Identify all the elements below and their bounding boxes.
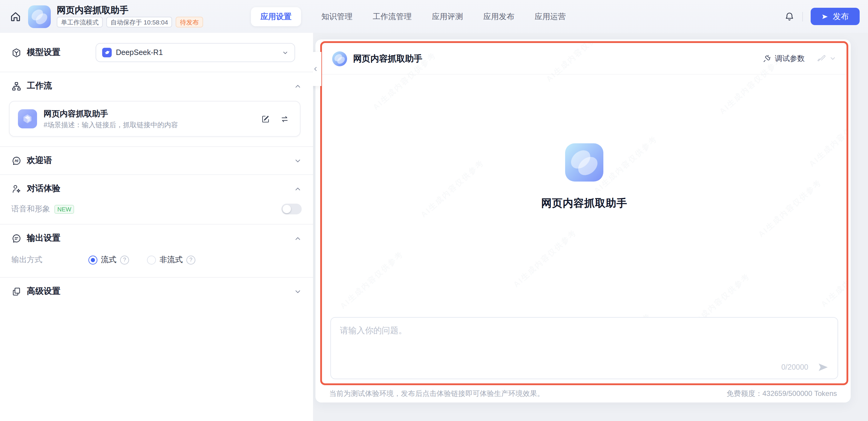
mode-badge: 单工作流模式 (57, 17, 103, 28)
watermark-text: AI生成内容仅供参考 (338, 249, 406, 312)
preview-highlight-ring: AI生成内容仅供参考AI生成内容仅供参考AI生成内容仅供参考AI生成内容仅供参考… (320, 41, 848, 385)
chat-input-box: 0/20000 (330, 317, 838, 379)
header-divider (802, 12, 803, 21)
advanced-section-header[interactable]: 高级设置 (0, 278, 313, 305)
workflow-card[interactable]: 网页内容抓取助手 #场景描述：输入链接后，抓取链接中的内容 (9, 101, 301, 137)
persona-icon (11, 184, 22, 194)
output-icon (11, 233, 22, 244)
token-quota: 免费额度：432659/500000 Tokens (726, 389, 837, 399)
chat-experience-header[interactable]: 对话体验 (0, 175, 313, 202)
help-icon[interactable]: ? (186, 255, 195, 264)
brush-icon[interactable] (817, 54, 826, 63)
tab-app-settings[interactable]: 应用设置 (251, 7, 301, 26)
voice-avatar-row: 语音和形象 NEW (0, 202, 313, 224)
radio-non-streaming[interactable]: 非流式 ? (147, 254, 195, 265)
app-page: 网页内容抓取助手 单工作流模式 自动保存于 10:58:04 待发布 应用设置 … (0, 0, 868, 421)
home-icon (9, 10, 22, 22)
output-mode-label: 输出方式 (11, 254, 88, 265)
model-settings-label: 模型设置 (27, 47, 60, 58)
empty-state: 网页内容抓取助手 (322, 143, 846, 210)
workflow-section-header[interactable]: 工作流 (0, 72, 313, 100)
send-message-icon[interactable] (817, 361, 829, 373)
radio-non-streaming-label: 非流式 (159, 254, 183, 265)
advanced-section: 高级设置 (0, 277, 313, 305)
svg-text:Hi: Hi (14, 159, 19, 163)
tab-operation[interactable]: 应用运营 (535, 11, 566, 22)
output-section: 输出设置 输出方式 流式 ? 非流式 (0, 224, 313, 277)
debug-params-button[interactable]: 调试参数 (763, 54, 805, 64)
autosave-badge: 自动保存于 10:58:04 (106, 17, 172, 28)
chevron-down-icon[interactable] (294, 157, 302, 164)
plug-icon (763, 54, 771, 63)
advanced-section-label: 高级设置 (27, 286, 60, 297)
send-icon (822, 13, 829, 20)
tab-workflow-mgmt[interactable]: 工作流管理 (373, 11, 412, 22)
settings-sidebar: 模型设置 DeepSeek-R1 工作流 (0, 33, 313, 421)
watermark-text: AI生成内容仅供参考 (819, 247, 846, 310)
publish-label: 发布 (833, 11, 849, 22)
workflow-card-icon (18, 109, 37, 128)
model-icon (11, 47, 22, 58)
chevron-up-icon[interactable] (294, 234, 302, 242)
app-icon (28, 5, 51, 28)
voice-avatar-toggle[interactable] (281, 204, 302, 215)
chat-experience-section: 对话体验 语音和形象 NEW (0, 174, 313, 224)
model-select[interactable]: DeepSeek-R1 (96, 43, 295, 62)
app-title: 网页内容抓取助手 (57, 5, 203, 15)
radio-selected-icon (88, 255, 97, 264)
welcome-section-header[interactable]: Hi 欢迎语 (0, 147, 313, 174)
help-icon[interactable]: ? (120, 255, 129, 264)
model-settings-row: 模型设置 DeepSeek-R1 (0, 33, 313, 72)
publish-button[interactable]: 发布 (811, 8, 860, 25)
radio-unselected-icon (147, 255, 156, 264)
chevron-down-icon[interactable] (294, 288, 302, 295)
radio-streaming[interactable]: 流式 ? (88, 254, 129, 265)
workflow-section: 工作流 网页内容抓取助手 #场景描述：输入链接后，抓取链接中的内容 (0, 72, 313, 137)
chevron-left-icon (312, 66, 319, 72)
nav-tabs: 应用设置 知识管理 工作流管理 应用评测 应用发布 应用运营 (251, 0, 566, 33)
env-note: 当前为测试体验环境，发布后点击体验链接即可体验生产环境效果。 (329, 389, 544, 399)
notification-bell-icon[interactable] (784, 11, 795, 22)
status-badge: 待发布 (176, 17, 203, 28)
welcome-section: Hi 欢迎语 (0, 146, 313, 174)
output-mode-row: 输出方式 流式 ? 非流式 ? (0, 252, 313, 277)
welcome-icon: Hi (11, 156, 22, 166)
workflow-card-title: 网页内容抓取助手 (43, 109, 254, 119)
debug-params-label: 调试参数 (775, 54, 805, 64)
output-section-header[interactable]: 输出设置 (0, 225, 313, 252)
char-counter: 0/20000 (781, 363, 808, 371)
edit-icon[interactable] (261, 115, 270, 123)
preview-footer: 当前为测试体验环境，发布后点击体验链接即可体验生产环境效果。 免费额度：4326… (315, 385, 851, 402)
empty-state-app-icon (565, 143, 603, 182)
tab-knowledge[interactable]: 知识管理 (321, 11, 352, 22)
chevron-down-icon (282, 49, 288, 56)
radio-streaming-label: 流式 (101, 254, 117, 265)
preview-header: 网页内容抓取助手 调试参数 (322, 43, 846, 75)
preview-card: AI生成内容仅供参考AI生成内容仅供参考AI生成内容仅供参考AI生成内容仅供参考… (315, 39, 851, 402)
welcome-section-label: 欢迎语 (27, 155, 52, 166)
watermark-text: AI生成内容仅供参考 (511, 227, 579, 290)
chat-input-field[interactable] (331, 318, 838, 379)
swap-icon[interactable] (280, 115, 289, 123)
chat-experience-label: 对话体验 (27, 183, 60, 194)
preview-region: AI生成内容仅供参考AI生成内容仅供参考AI生成内容仅供参考AI生成内容仅供参考… (313, 33, 868, 421)
tab-evaluation[interactable]: 应用评测 (432, 11, 463, 22)
empty-state-title: 网页内容抓取助手 (541, 196, 627, 210)
output-section-label: 输出设置 (27, 233, 60, 244)
new-badge: NEW (54, 204, 74, 214)
preview-app-icon (332, 51, 347, 66)
deepseek-logo-icon (102, 48, 112, 57)
home-button[interactable] (7, 8, 24, 25)
advanced-icon (11, 286, 22, 296)
chevron-down-icon[interactable] (829, 55, 836, 62)
chevron-up-icon[interactable] (294, 185, 302, 193)
workflow-icon (11, 81, 22, 91)
model-select-value: DeepSeek-R1 (116, 48, 163, 57)
preview-title: 网页内容抓取助手 (353, 53, 422, 64)
voice-avatar-label: 语音和形象 (11, 204, 50, 215)
chevron-up-icon[interactable] (294, 82, 302, 90)
tab-publish[interactable]: 应用发布 (483, 11, 514, 22)
workflow-card-description: #场景描述：输入链接后，抓取链接中的内容 (43, 121, 254, 129)
top-header: 网页内容抓取助手 单工作流模式 自动保存于 10:58:04 待发布 应用设置 … (0, 0, 868, 33)
workflow-section-label: 工作流 (27, 80, 52, 91)
